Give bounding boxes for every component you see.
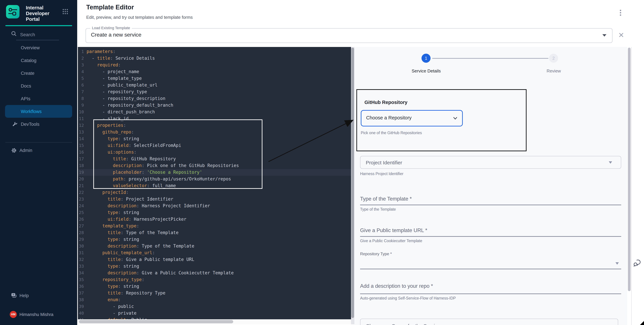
code-line: 35 repository_type: bbox=[78, 276, 351, 283]
project-identifier-placeholder: Project Identifier bbox=[366, 160, 402, 165]
sidebar-item-devtools[interactable]: DevTools bbox=[0, 118, 77, 130]
kebab-menu-icon[interactable] bbox=[618, 9, 624, 16]
github-repository-select[interactable]: Choose a Repository bbox=[361, 110, 463, 126]
stepper-connector bbox=[432, 58, 548, 59]
code-line: 10 - direct_push_branch bbox=[78, 109, 351, 115]
stepper-label-review: Review bbox=[527, 68, 580, 73]
public-template-url-label: Give a Public template URL * bbox=[360, 227, 427, 233]
code-line: 34 description: Give a Public Cookiecutt… bbox=[78, 270, 351, 276]
code-line: 27 template_type: bbox=[78, 223, 351, 229]
repo-description-input[interactable] bbox=[360, 294, 621, 294]
gear-icon bbox=[11, 147, 17, 153]
sidebar-item-label: DevTools bbox=[21, 122, 40, 127]
load-existing-template-select[interactable]: Load Existing Template Create a new serv… bbox=[86, 28, 612, 43]
editor-vertical-scrollbar[interactable] bbox=[351, 47, 354, 324]
sidebar-item-catalog[interactable]: Catalog bbox=[0, 54, 77, 67]
code-line: 41 default: Public bbox=[78, 317, 351, 319]
code-line: 4 - project_name bbox=[78, 68, 351, 75]
sidebar-item-docs[interactable]: Docs bbox=[0, 79, 77, 92]
repository-type-select[interactable] bbox=[360, 269, 621, 269]
code-line: 1parameters: bbox=[78, 48, 351, 55]
template-type-helper: Type of the Template bbox=[360, 207, 396, 211]
right-gutter bbox=[632, 0, 644, 325]
github-repository-helper: Pick one of the GitHub Repositories bbox=[361, 131, 422, 135]
stepper-step-1[interactable]: 1 bbox=[422, 54, 430, 63]
sidebar-item-apis[interactable]: APIs bbox=[0, 92, 77, 105]
page-subtitle: Edit, preview, and try out templates and… bbox=[86, 15, 193, 20]
support-chat-icon[interactable] bbox=[633, 259, 642, 267]
github-repository-label: GitHub Repository bbox=[364, 100, 408, 105]
code-line: 17 title: GitHub Repository bbox=[78, 156, 351, 162]
user-menu[interactable]: HM Himanshu Mishra bbox=[0, 308, 77, 321]
code-line: 2 - title: Service Details bbox=[78, 55, 351, 62]
wrench-icon bbox=[12, 121, 18, 127]
sidebar-item-label: Overview bbox=[21, 45, 40, 50]
yaml-code-editor[interactable]: 1parameters:2 - title: Service Details3 … bbox=[78, 47, 351, 319]
code-line: 39 - public bbox=[78, 303, 351, 310]
sidebar-item-label: Create bbox=[21, 71, 34, 76]
sidebar-divider bbox=[5, 142, 72, 143]
close-icon[interactable]: ✕ bbox=[618, 31, 625, 39]
code-line: 28 title: Type of the Template bbox=[78, 229, 351, 236]
sidebar-item-help[interactable]: ? Help bbox=[0, 289, 77, 302]
code-line: 29 type: string bbox=[78, 236, 351, 243]
load-template-value: Create a new service bbox=[91, 32, 142, 38]
sidebar-search[interactable] bbox=[0, 29, 77, 41]
stepper-step-2[interactable]: 2 bbox=[549, 54, 558, 63]
github-repository-value: Choose a Repository bbox=[366, 115, 412, 120]
code-line: 12 properties: bbox=[78, 122, 351, 129]
dropdown-arrow-icon bbox=[602, 34, 606, 36]
editor-horizontal-scrollbar[interactable] bbox=[78, 319, 351, 324]
search-icon bbox=[11, 31, 17, 36]
code-line: 33 type: string bbox=[78, 263, 351, 270]
sidebar-item-workflows[interactable]: Workflows bbox=[5, 105, 72, 118]
code-line: 19 placeholder: 'Choose a Repository' bbox=[78, 169, 351, 176]
github-repo-annotation-box: GitHub Repository Choose a Repository Pi… bbox=[356, 89, 526, 151]
sidebar-item-overview[interactable]: Overview bbox=[0, 41, 77, 54]
help-chat-icon: ? bbox=[11, 293, 17, 298]
public-template-url-input[interactable] bbox=[360, 236, 621, 237]
help-label: Help bbox=[20, 293, 29, 298]
stepper-label-service-details: Service Details bbox=[399, 68, 453, 73]
page-header bbox=[77, 0, 644, 24]
code-line: 11 - slack_id bbox=[78, 115, 351, 122]
sidebar-item-label: Workflows bbox=[21, 109, 42, 114]
public-template-url-helper: Give a Public Cookiecutter Template bbox=[360, 239, 422, 243]
code-line: 20 path: proxy/github-api/users/OrkoHunt… bbox=[78, 176, 351, 182]
page-scrollbar[interactable] bbox=[627, 47, 632, 325]
harness-idp-logo-icon[interactable] bbox=[6, 5, 20, 18]
code-line: 24 description: Harness Project Identifi… bbox=[78, 203, 351, 209]
code-line: 36 type: string bbox=[78, 283, 351, 290]
repo-description-helper: Auto-generated using Self-Service-Flow o… bbox=[360, 296, 456, 300]
sidebar-item-label: APIs bbox=[21, 96, 30, 101]
sidebar-item-label: Docs bbox=[21, 83, 31, 88]
brand-accent-rule bbox=[5, 25, 72, 26]
template-type-input[interactable] bbox=[360, 205, 621, 205]
code-line: 25 type: string bbox=[78, 209, 351, 216]
sidebar-item-label: Catalog bbox=[21, 58, 36, 63]
apps-grid-icon[interactable] bbox=[62, 9, 68, 14]
code-line: 30 description: Type of the Template bbox=[78, 243, 351, 250]
mouse-cursor bbox=[639, 320, 644, 325]
code-line: 9 - repository_default_branch bbox=[78, 102, 351, 109]
code-line: 8 - repositoty_description bbox=[78, 95, 351, 102]
owner-select[interactable]: Choose an Owner for the Service bbox=[360, 319, 618, 325]
code-line: 32 title: Give a Public template URL bbox=[78, 256, 351, 263]
code-line: 15 ui:field: SelectFieldFromApi bbox=[78, 142, 351, 149]
code-line: 37 title: Repository Type bbox=[78, 290, 351, 297]
dropdown-arrow-icon bbox=[616, 262, 619, 265]
svg-text:?: ? bbox=[12, 293, 14, 296]
search-underline bbox=[16, 40, 59, 40]
sidebar-item-admin[interactable]: Admin bbox=[0, 144, 77, 157]
project-identifier-helper: Harness Project Identifier bbox=[360, 172, 404, 176]
code-line: 22 projectId: bbox=[78, 189, 351, 196]
owner-placeholder: Choose an Owner for the Service bbox=[366, 323, 440, 325]
search-input[interactable] bbox=[20, 30, 61, 39]
code-line: 18 description: Pick one of the GitHub R… bbox=[78, 162, 351, 169]
code-line: 3 required: bbox=[78, 62, 351, 68]
app-title: Internal Developer Portal bbox=[26, 5, 60, 22]
code-line: 7 - repository_type bbox=[78, 88, 351, 95]
project-identifier-select[interactable]: Project Identifier bbox=[360, 156, 621, 169]
sidebar-item-create[interactable]: Create bbox=[0, 67, 77, 79]
code-line: 5 - template_type bbox=[78, 75, 351, 82]
